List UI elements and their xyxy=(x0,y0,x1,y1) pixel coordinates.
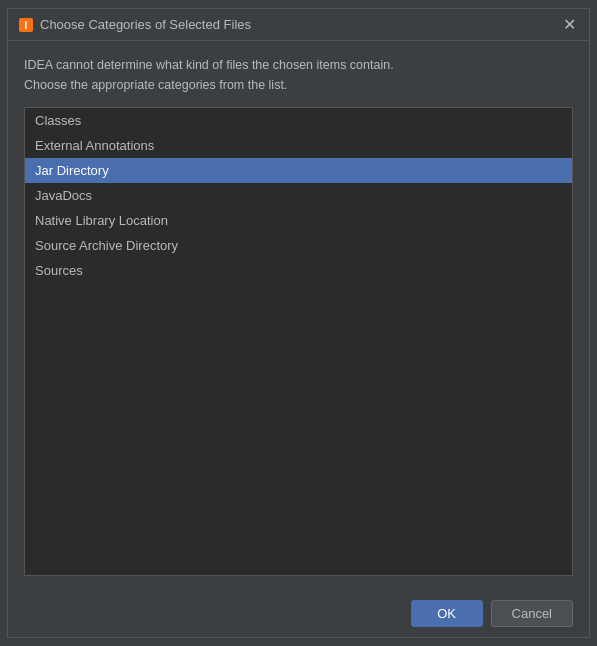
list-item[interactable]: Classes xyxy=(25,108,572,133)
list-item[interactable]: External Annotations xyxy=(25,133,572,158)
description-line1: IDEA cannot determine what kind of files… xyxy=(24,58,394,72)
title-bar-left: I Choose Categories of Selected Files xyxy=(18,17,251,33)
categories-list[interactable]: ClassesExternal AnnotationsJar Directory… xyxy=(24,107,573,576)
ok-button[interactable]: OK xyxy=(411,600,483,627)
dialog: I Choose Categories of Selected Files ✕ … xyxy=(7,8,590,638)
dialog-footer: OK Cancel xyxy=(8,590,589,637)
cancel-button[interactable]: Cancel xyxy=(491,600,573,627)
list-item[interactable]: JavaDocs xyxy=(25,183,572,208)
description-line2: Choose the appropriate categories from t… xyxy=(24,78,287,92)
dialog-body: IDEA cannot determine what kind of files… xyxy=(8,41,589,590)
close-button[interactable]: ✕ xyxy=(559,15,579,35)
list-item[interactable]: Source Archive Directory xyxy=(25,233,572,258)
list-item[interactable]: Jar Directory xyxy=(25,158,572,183)
dialog-title: Choose Categories of Selected Files xyxy=(40,17,251,32)
title-bar: I Choose Categories of Selected Files ✕ xyxy=(8,9,589,41)
svg-text:I: I xyxy=(25,20,28,31)
description: IDEA cannot determine what kind of files… xyxy=(24,55,573,95)
list-item[interactable]: Native Library Location xyxy=(25,208,572,233)
list-item[interactable]: Sources xyxy=(25,258,572,283)
app-icon: I xyxy=(18,17,34,33)
